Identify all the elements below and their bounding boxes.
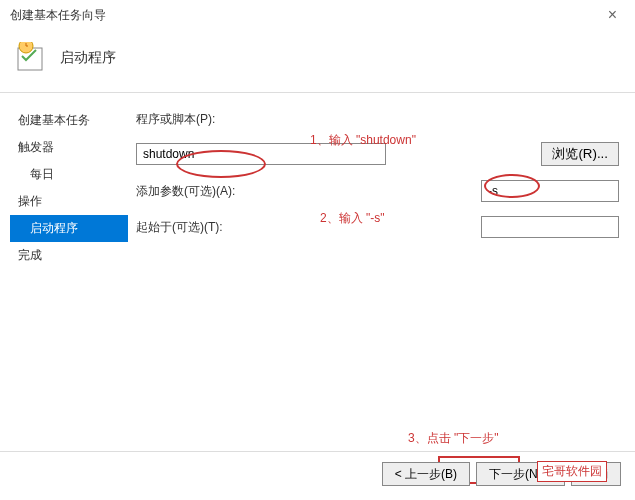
param-row: 添加参数(可选)(A): xyxy=(136,180,619,202)
sidebar-item-trigger[interactable]: 触发器 xyxy=(10,134,128,161)
window-title: 创建基本任务向导 xyxy=(10,7,600,24)
wizard-header: 启动程序 xyxy=(0,30,635,93)
program-row: 程序或脚本(P): xyxy=(136,111,619,128)
browse-button[interactable]: 浏览(R)... xyxy=(541,142,619,166)
param-input[interactable] xyxy=(481,180,619,202)
program-label: 程序或脚本(P): xyxy=(136,111,244,128)
back-button[interactable]: < 上一步(B) xyxy=(382,462,470,486)
divider xyxy=(0,451,635,452)
start-row: 起始于(可选)(T): xyxy=(136,216,619,238)
sidebar-item-start-program[interactable]: 启动程序 xyxy=(10,215,128,242)
start-label: 起始于(可选)(T): xyxy=(136,219,244,236)
start-input[interactable] xyxy=(481,216,619,238)
program-input-row: 浏览(R)... xyxy=(136,142,619,166)
program-input[interactable] xyxy=(136,143,386,165)
sidebar-item-finish[interactable]: 完成 xyxy=(10,242,128,269)
sidebar-item-create[interactable]: 创建基本任务 xyxy=(10,107,128,134)
watermark: 宅哥软件园 xyxy=(537,461,607,482)
close-icon[interactable]: × xyxy=(600,6,625,24)
titlebar: 创建基本任务向导 × xyxy=(0,0,635,30)
content-area: 程序或脚本(P): 浏览(R)... 添加参数(可选)(A): 起始于(可选)(… xyxy=(128,93,635,473)
sidebar-item-daily[interactable]: 每日 xyxy=(10,161,128,188)
sidebar: 创建基本任务 触发器 每日 操作 启动程序 完成 xyxy=(0,93,128,473)
param-label: 添加参数(可选)(A): xyxy=(136,183,244,200)
wizard-title: 启动程序 xyxy=(60,49,116,67)
wizard-icon xyxy=(16,42,48,74)
sidebar-item-action[interactable]: 操作 xyxy=(10,188,128,215)
main-area: 创建基本任务 触发器 每日 操作 启动程序 完成 程序或脚本(P): 浏览(R)… xyxy=(0,93,635,473)
